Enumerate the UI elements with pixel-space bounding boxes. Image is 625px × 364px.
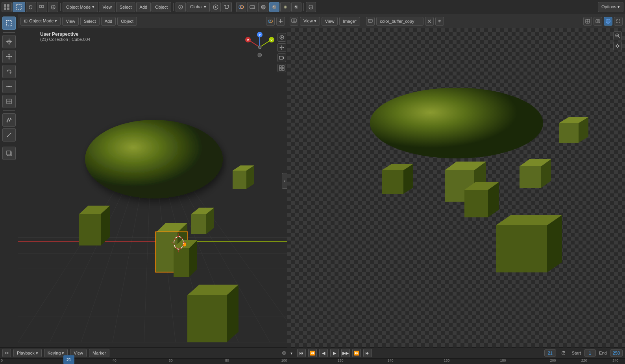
next-keyframe-button[interactable]: ⏩: [352, 349, 361, 357]
start-frame-display[interactable]: 1: [584, 349, 596, 357]
svg-marker-41: [8, 59, 10, 60]
current-frame-value: 21: [548, 351, 553, 355]
annotate-tool-vert[interactable]: [2, 113, 16, 127]
image-pin-icon[interactable]: [435, 17, 444, 26]
sep3: [234, 3, 234, 11]
image-name-btn[interactable]: Image*: [339, 17, 360, 26]
timeline-editor-type[interactable]: [2, 349, 11, 357]
start-frame-value: 1: [589, 351, 591, 355]
image-name-display[interactable]: color_buffer_copy: [376, 17, 423, 26]
magnet-icon[interactable]: [222, 2, 232, 12]
clock-icon: ⏱: [558, 348, 569, 358]
viewport-shading-extras[interactable]: [306, 2, 316, 12]
svg-marker-42: [6, 56, 7, 57]
image-view-btn[interactable]: View: [322, 17, 338, 26]
transform-tool-vert[interactable]: [2, 95, 16, 108]
image-zoom-button[interactable]: [613, 31, 622, 40]
rotate-tool-vert[interactable]: [2, 65, 16, 78]
wireframe-shading[interactable]: [258, 2, 268, 12]
tick-120: 120: [338, 358, 344, 362]
circle-select-tool[interactable]: [37, 2, 47, 12]
select-menu[interactable]: Select: [116, 2, 135, 12]
image-close-icon[interactable]: [425, 17, 434, 26]
snap-icon[interactable]: [176, 2, 186, 12]
svg-line-115: [249, 40, 260, 47]
panel-collapse-arrow[interactable]: ‹: [282, 173, 287, 189]
material-shading[interactable]: [280, 2, 290, 12]
object-mode-dropdown[interactable]: Object Mode ▾: [63, 2, 98, 12]
xray-icon[interactable]: [247, 2, 257, 12]
scene-3d[interactable]: [18, 28, 287, 347]
grid-nav-button[interactable]: [277, 64, 286, 72]
svg-rect-4: [17, 5, 21, 9]
select-box-tool-vert[interactable]: [2, 17, 16, 30]
measure-tool-vert[interactable]: [2, 128, 16, 142]
zoom-nav-button[interactable]: [277, 33, 286, 42]
cursor-tool-vert[interactable]: [2, 35, 16, 48]
object-menu[interactable]: Object: [152, 2, 171, 12]
svg-rect-1: [7, 4, 9, 7]
svg-marker-124: [281, 49, 283, 50]
timeline-scrubber[interactable]: 0 21 40 60 80 100 120 140 160 180 200 22…: [0, 358, 625, 364]
svg-marker-40: [8, 53, 10, 55]
view-menu[interactable]: View: [99, 2, 115, 12]
image-selector-icon[interactable]: [366, 17, 375, 26]
image-editor-type-icon[interactable]: [290, 17, 298, 26]
add-menu[interactable]: Add: [136, 2, 151, 12]
navigation-gizmo[interactable]: Z Y X: [244, 31, 276, 67]
3d-select-menu[interactable]: Select: [80, 17, 100, 26]
add-label: Add: [140, 5, 148, 9]
3d-object-mode[interactable]: ⊞ Object Mode ▾: [20, 17, 61, 26]
select-box-tool[interactable]: [13, 2, 25, 12]
playback-label: Playback ▾: [17, 351, 38, 356]
3d-object-menu[interactable]: Object: [117, 17, 137, 26]
image-pan-button[interactable]: [613, 42, 622, 50]
svg-marker-168: [382, 170, 403, 194]
viewport-gizmo-toggle[interactable]: [276, 17, 285, 26]
editor-type-icon[interactable]: [2, 2, 12, 12]
solid-shading[interactable]: [269, 2, 279, 12]
image-view-menu[interactable]: View ▾: [300, 17, 320, 26]
svg-rect-3: [7, 7, 9, 10]
3d-add-menu[interactable]: Add: [101, 17, 116, 26]
play-button[interactable]: ▶: [330, 349, 339, 357]
render-shading[interactable]: [291, 2, 301, 12]
viewport-3d[interactable]: ⊞ Object Mode ▾ View Select Add Object: [18, 14, 287, 347]
image-editor-slot-icon[interactable]: [594, 17, 602, 26]
move-tool-vert[interactable]: [2, 50, 16, 63]
image-view-label: View ▾: [303, 18, 316, 24]
svg-text:Z: Z: [259, 33, 261, 37]
record-dropdown[interactable]: ▾: [288, 349, 295, 357]
overlay-icon[interactable]: [236, 2, 246, 12]
camera-nav-button[interactable]: [277, 53, 286, 62]
pan-nav-button[interactable]: [277, 43, 286, 52]
svg-rect-6: [42, 6, 44, 7]
svg-rect-131: [279, 68, 281, 70]
svg-point-27: [273, 6, 274, 7]
3d-view-menu[interactable]: View: [62, 17, 79, 26]
viewport-overlay-toggle[interactable]: [266, 17, 275, 26]
svg-rect-129: [279, 66, 281, 68]
end-frame-display[interactable]: 250: [610, 349, 623, 357]
jump-end-button[interactable]: ⏭: [363, 349, 372, 357]
next-frame-button[interactable]: ▶▶: [341, 349, 350, 357]
image-editor-right-icon1[interactable]: [583, 17, 592, 26]
image-expand-icon[interactable]: [614, 17, 623, 26]
options-dropdown[interactable]: Options ▾: [598, 2, 623, 12]
current-frame-box[interactable]: 21: [63, 355, 74, 364]
marker-menu[interactable]: Marker: [89, 349, 109, 357]
global-dropdown[interactable]: Global ▾: [187, 2, 210, 12]
proportional-edit[interactable]: [211, 2, 221, 12]
playback-menu[interactable]: Playback ▾: [13, 349, 42, 357]
svg-marker-86: [191, 214, 206, 234]
current-frame-display[interactable]: 21: [544, 349, 556, 357]
lasso-tool[interactable]: [26, 2, 36, 12]
tick-40: 40: [113, 358, 116, 362]
prev-keyframe-button[interactable]: ⏪: [308, 349, 317, 357]
transform-tool[interactable]: [48, 2, 58, 12]
scale-tool-vert[interactable]: [2, 80, 16, 93]
add-cube-tool-vert[interactable]: [2, 147, 16, 160]
image-world-icon[interactable]: [604, 17, 612, 26]
prev-frame-button[interactable]: ◀: [319, 349, 328, 357]
jump-start-button[interactable]: ⏮: [297, 349, 306, 357]
